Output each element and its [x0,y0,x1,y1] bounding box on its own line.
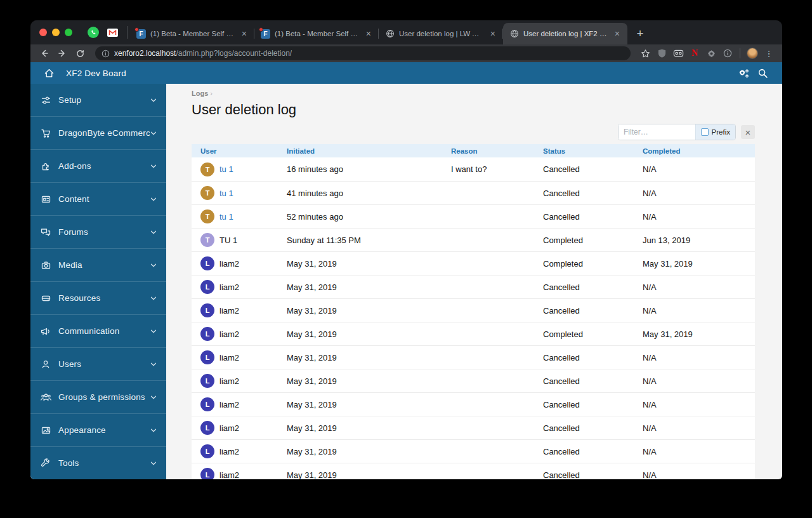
user-cell: Lliam2 [200,468,287,479]
browser-tab[interactable]: User deletion log | LW Addons× [379,23,503,44]
filter-close-icon[interactable]: × [741,125,755,139]
status-cell: Cancelled [543,282,643,292]
sidebar-item-forums[interactable]: Forums [30,216,166,249]
sidebar-item-label: Tools [58,458,150,468]
table-row: TTU 1Sunday at 11:35 PMCompletedJun 13, … [192,228,755,251]
user-avatar: L [200,374,214,388]
user-deletion-log-table: UserInitiatedReasonStatusCompleted Ttu 1… [192,144,755,479]
whatsapp-pinned-tab[interactable] [88,27,99,38]
url-path: /admin.php?logs/account-deletion/ [176,49,292,58]
home-icon[interactable] [41,65,57,81]
username: liam2 [219,353,239,362]
table-row: Lliam2May 31, 2019CancelledN/A [192,439,755,463]
username: liam2 [219,470,239,480]
table-header-row: UserInitiatedReasonStatusCompleted [192,144,755,157]
filter-row: Prefix × [192,124,755,140]
megaphone-icon [39,326,52,336]
sidebar-item-communication[interactable]: Communication [30,315,166,348]
user-cell: Lliam2 [200,327,287,341]
sidebar-item-label: DragonByte eCommerce [58,128,150,138]
drive-icon [39,293,52,303]
bookmark-star-icon[interactable] [638,46,652,60]
table-row: Lliam2May 31, 2019CancelledN/A [192,416,755,439]
tampermonkey-extension-icon[interactable] [704,46,718,60]
sidebar-item-appearance[interactable]: Appearance [30,414,166,447]
admin-settings-gears-icon[interactable] [734,63,753,83]
admin-search-icon[interactable] [753,63,772,83]
completed-cell: N/A [643,282,755,292]
filter-input[interactable] [619,124,695,140]
xenforo-favicon-icon: F [136,29,146,39]
user-avatar: L [200,327,214,341]
back-button[interactable] [37,46,52,61]
profile-avatar[interactable] [745,46,759,60]
table-row: Lliam2May 31, 2019CancelledN/A [192,369,755,392]
puzzle-icon [39,161,52,171]
sidebar-item-tools[interactable]: Tools [30,447,166,479]
gmail-icon [107,29,118,37]
completed-cell: Jun 13, 2019 [643,236,755,245]
sidebar-item-add-ons[interactable]: Add-ons [30,150,166,183]
zoom-window-button[interactable] [65,29,72,36]
prefix-label: Prefix [712,128,730,136]
reload-button[interactable] [72,46,88,61]
tab-close-icon[interactable]: × [239,28,249,39]
browser-tab[interactable]: User deletion log | XF2 Dev Bo× [503,23,627,44]
tab-close-icon[interactable]: × [488,28,498,39]
new-tab-button[interactable]: + [631,25,649,43]
browser-menu-icon[interactable]: ⋮ [762,46,776,60]
status-cell: Cancelled [543,212,643,222]
browser-tab[interactable]: F(1) Beta - Member Self Delete× [130,23,254,44]
username-link[interactable]: tu 1 [219,212,233,222]
sidebar-item-dragonbyte-ecommerce[interactable]: DragonByte eCommerce [30,117,166,150]
sidebar-item-users[interactable]: Users [30,348,166,381]
breadcrumb-logs-link[interactable]: Logs [192,90,208,97]
initiated-cell: 16 minutes ago [287,164,451,174]
sidebar-nav: SetupDragonByte eCommerceAdd-onsContentF… [30,84,166,479]
user-avatar: T [200,209,214,223]
username-link[interactable]: tu 1 [219,164,233,174]
ublock-extension-icon[interactable] [655,46,669,60]
tab-title: (1) Beta - Member Self Delete [150,30,235,37]
status-cell: Cancelled [543,353,643,362]
netflix-extension-icon[interactable]: N [688,46,702,60]
sidebar-item-content[interactable]: Content [30,183,166,216]
table-row: Lliam2May 31, 2019CancelledN/A [192,345,755,369]
close-window-button[interactable] [39,29,47,36]
username-link[interactable]: tu 1 [219,189,233,198]
gmail-pinned-tab[interactable] [107,27,118,38]
column-header-initiated: Initiated [287,147,451,155]
sidebar-item-media[interactable]: Media [30,249,166,282]
tab-close-icon[interactable]: × [612,28,622,39]
globe-favicon-icon [385,29,395,39]
cart-icon [39,128,52,138]
status-cell: Completed [543,329,643,339]
sidebar-item-groups-permissions[interactable]: Groups & permissions [30,381,166,414]
prefix-toggle[interactable]: Prefix [695,124,735,140]
sidebar-item-resources[interactable]: Resources [30,282,166,315]
initiated-cell: May 31, 2019 [287,470,451,480]
minimize-window-button[interactable] [52,29,60,36]
goggles-extension-icon[interactable] [671,46,685,60]
camera-icon [39,260,52,270]
sidebar-item-label: Content [58,194,150,204]
initiated-cell: May 31, 2019 [287,447,451,456]
site-info-icon[interactable] [102,50,110,58]
whatsapp-icon [88,27,99,38]
pinned-tabs [81,20,124,44]
initiated-cell: 52 minutes ago [287,212,451,222]
completed-cell: N/A [643,164,755,174]
breadcrumb-chevron-icon: › [210,90,213,97]
forward-button[interactable] [55,46,70,61]
address-bar[interactable]: xenforo2.localhost/admin.php?logs/accoun… [95,46,631,60]
user-cell: Lliam2 [200,303,287,317]
browser-tab[interactable]: F(1) Beta - Member Self Delete× [254,23,379,44]
chevron-down-icon [150,361,157,368]
initiated-cell: May 31, 2019 [287,376,451,386]
prefix-checkbox[interactable] [701,128,709,136]
status-cell: Completed [543,236,643,245]
board-title[interactable]: XF2 Dev Board [66,69,126,78]
info-extension-icon[interactable] [721,46,735,60]
sidebar-item-setup[interactable]: Setup [30,84,166,117]
tab-close-icon[interactable]: × [363,28,374,39]
